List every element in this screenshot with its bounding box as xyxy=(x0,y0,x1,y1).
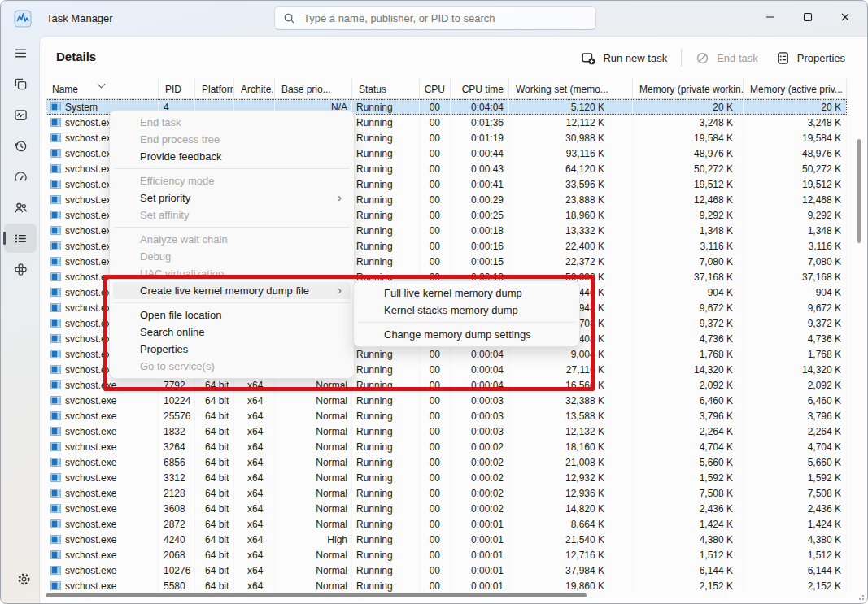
details-icon xyxy=(14,232,28,246)
column-header-cpu-time[interactable]: CPU time xyxy=(451,79,509,98)
cell: 19,584 K xyxy=(633,130,744,146)
menu-item-open-file-location[interactable]: Open file location xyxy=(113,306,351,324)
cell: 18,160 K xyxy=(509,439,633,454)
sidebar-item-services[interactable] xyxy=(4,254,37,284)
sidebar-item-details[interactable] xyxy=(4,224,37,253)
column-header-memory-private-workin[interactable]: Memory (private workin... xyxy=(633,79,744,98)
hamburger-icon xyxy=(14,46,28,60)
cell: x64 xyxy=(234,470,275,485)
cell: x64 xyxy=(234,377,275,393)
cell: x64 xyxy=(234,516,275,532)
sidebar-item-performance[interactable] xyxy=(4,100,37,129)
sidebar-item-processes[interactable] xyxy=(4,69,37,98)
menu-item-kernel-stacks-memory-dump[interactable]: Kernel stacks memory dump xyxy=(357,302,576,319)
table-row[interactable]: svchost.exe331264 bitx64NormalRunning000… xyxy=(46,470,847,485)
cell: 0:00:16 xyxy=(451,238,509,254)
menu-item-full-live-kernel-memory-dump[interactable]: Full live kernel memory dump xyxy=(357,285,576,302)
navigation-menu-button[interactable] xyxy=(4,38,37,67)
process-name: svchost.exe xyxy=(65,488,116,499)
column-header-base-prio[interactable]: Base prio... xyxy=(275,79,352,98)
horizontal-scrollbar-thumb[interactable] xyxy=(46,593,587,597)
cell: 1,512 K xyxy=(744,547,847,563)
cell: 64 bit xyxy=(195,424,234,439)
cell: 2,152 K xyxy=(744,578,847,592)
column-header-platform[interactable]: Platform xyxy=(195,79,234,98)
table-row[interactable]: svchost.exe424064 bitx64HighRunning000:0… xyxy=(46,532,847,547)
column-header-name[interactable]: Name xyxy=(46,79,159,98)
cell: 12,468 K xyxy=(744,192,847,207)
table-row[interactable]: svchost.exe212864 bitx64NormalRunning000… xyxy=(46,485,847,501)
process-name: svchost.exe xyxy=(65,411,116,422)
sidebar-item-users[interactable] xyxy=(4,193,37,222)
column-header-cpu[interactable]: CPU xyxy=(420,79,451,98)
sidebar-item-startup-apps[interactable] xyxy=(4,162,37,191)
table-row[interactable]: svchost.exe1022464 bitx64NormalRunning00… xyxy=(46,393,847,408)
menu-item-search-online[interactable]: Search online xyxy=(113,324,351,341)
table-row[interactable]: svchost.exe360864 bitx64NormalRunning000… xyxy=(46,501,847,516)
cell: 00 xyxy=(420,454,451,470)
search-input[interactable] xyxy=(302,11,587,25)
processes-icon xyxy=(14,77,28,91)
column-header-status[interactable]: Status xyxy=(352,79,420,98)
column-header-memory-active-priv[interactable]: Memory (active priv... xyxy=(744,79,847,98)
vertical-scrollbar-thumb[interactable] xyxy=(857,139,861,243)
column-header-working-set-memo[interactable]: Working set (memo... xyxy=(509,79,633,98)
cell: 33,596 K xyxy=(509,176,633,192)
cell: 12,468 K xyxy=(633,192,744,207)
menu-item-label: Change memory dump settings xyxy=(384,328,531,341)
cell: 0:00:04 xyxy=(451,377,509,393)
table-row[interactable]: svchost.exe558064 bitx64NormalRunning000… xyxy=(46,578,847,592)
cell: 9,672 K xyxy=(744,300,847,315)
maximize-button[interactable] xyxy=(789,1,827,33)
cell: 00 xyxy=(420,362,451,377)
cell: 00 xyxy=(420,408,451,424)
cell: 64 bit xyxy=(195,532,234,547)
cell: 0:00:02 xyxy=(451,485,509,501)
process-name: System xyxy=(65,102,98,113)
cell: 2872 xyxy=(159,516,195,532)
cell: 21,008 K xyxy=(509,454,633,470)
sidebar xyxy=(1,37,40,603)
properties-button[interactable]: Properties xyxy=(767,47,854,69)
cell: Running xyxy=(352,346,420,362)
run-new-task-button[interactable]: Run new task xyxy=(573,47,676,69)
process-icon xyxy=(50,396,61,405)
table-row[interactable]: svchost.exe206864 bitx64NormalRunning000… xyxy=(46,547,847,563)
minimize-button[interactable] xyxy=(752,1,789,33)
process-name: svchost.exe xyxy=(65,519,116,530)
menu-item-create-live-kernel-memory-dump-file[interactable]: Create live kernel memory dump file› xyxy=(113,282,351,299)
process-name-cell: svchost.exe xyxy=(46,578,159,592)
table-row[interactable]: svchost.exe183264 bitx64NormalRunning000… xyxy=(46,424,847,439)
menu-item-label: Debug xyxy=(140,250,171,263)
table-row[interactable]: svchost.exe326464 bitx64NormalRunning000… xyxy=(46,439,847,454)
cell: 14,320 K xyxy=(744,362,847,377)
cell: 21,540 K xyxy=(509,532,633,547)
cell: Running xyxy=(352,161,420,176)
cell: 2128 xyxy=(159,485,195,501)
menu-item-change-memory-dump-settings[interactable]: Change memory dump settings xyxy=(357,326,576,343)
process-name-cell: svchost.exe xyxy=(46,393,159,408)
cell: 4,380 K xyxy=(633,532,744,547)
menu-item-set-priority[interactable]: Set priority› xyxy=(113,189,351,206)
table-row[interactable]: svchost.exe287264 bitx64NormalRunning000… xyxy=(46,516,847,532)
close-button[interactable] xyxy=(827,1,864,33)
cell: 1,424 K xyxy=(633,516,744,532)
menu-item-provide-feedback[interactable]: Provide feedback xyxy=(113,148,351,165)
menu-item-properties[interactable]: Properties xyxy=(113,341,351,358)
sidebar-item-app-history[interactable] xyxy=(4,131,37,160)
startup-apps-icon xyxy=(14,170,28,184)
column-header-archite[interactable]: Archite... xyxy=(234,79,275,98)
column-header-pid[interactable]: PID xyxy=(159,79,195,98)
table-row[interactable]: svchost.exe779264 bitx64NormalRunning000… xyxy=(46,377,847,393)
table-row[interactable]: svchost.exe1027664 bitx64NormalRunning00… xyxy=(46,563,847,578)
table-row[interactable]: svchost.exe2557664 bitx64NormalRunning00… xyxy=(46,408,847,424)
process-name-cell: svchost.exe xyxy=(46,516,159,532)
cell: Normal xyxy=(275,377,352,393)
cell: x64 xyxy=(234,393,275,408)
search-box[interactable] xyxy=(274,6,596,30)
resize-grip[interactable] xyxy=(857,593,864,600)
users-icon xyxy=(14,201,28,215)
table-row[interactable]: svchost.exe685664 bitx64NormalRunning000… xyxy=(46,454,847,470)
settings-button[interactable] xyxy=(7,564,40,593)
cell: 9,672 K xyxy=(633,300,744,315)
